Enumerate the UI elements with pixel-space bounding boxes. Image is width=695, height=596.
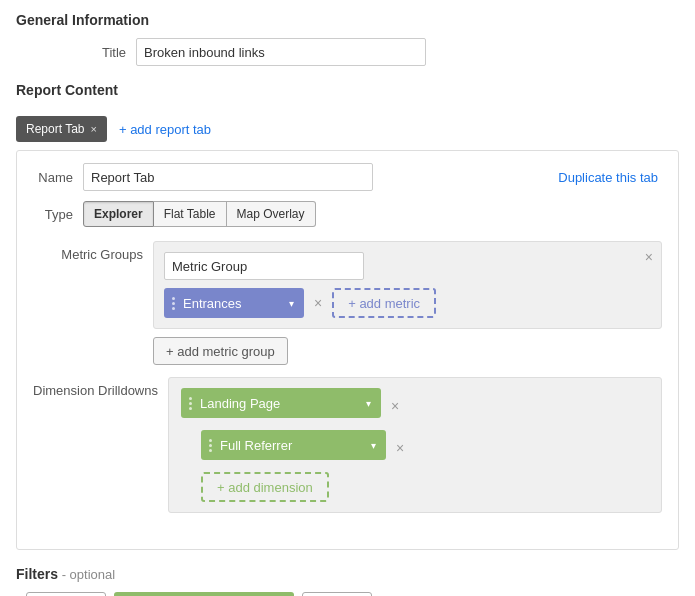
dimension-drilldowns-label: Dimension Drilldowns [33,377,168,521]
filters-title: Filters [16,566,58,582]
metric-group-name-input[interactable] [164,252,364,280]
tab-name-label: Name [33,170,83,185]
dim1-landing-page-dropdown[interactable]: Landing Page ▾ [181,388,381,418]
tab-close-icon[interactable]: × [90,123,96,135]
duplicate-tab-link[interactable]: Duplicate this tab [558,170,662,185]
tab-name-row: Name Duplicate this tab [33,163,662,191]
metric-groups-content: × Entrances ▾ × + add metric [153,241,662,365]
metric-name-label: Entrances [183,296,242,311]
metric-items-row: Entrances ▾ × + add metric [164,288,649,318]
title-input[interactable] [136,38,426,66]
type-map-overlay-button[interactable]: Map Overlay [227,201,316,227]
metric-group-close-icon[interactable]: × [645,250,653,264]
metric-groups-row: Metric Groups × Entrances ▾ [33,241,662,365]
drag-handle-icon [209,439,212,452]
filters-header: Filters - optional [16,566,679,582]
report-content-header: Report Content [16,82,679,108]
tab-name-input[interactable] [83,163,373,191]
dim2-label: Full Referrer [220,438,292,453]
add-metric-group-button[interactable]: + add metric group [153,337,288,365]
type-flat-table-button[interactable]: Flat Table [154,201,227,227]
dimension-box: Landing Page ▾ × Full Referrer [168,377,662,513]
dimension-drilldowns-row: Dimension Drilldowns Landing Page ▾ × [33,377,662,521]
title-label: Title [16,45,136,60]
add-dimension-button[interactable]: + add dimension [201,472,329,502]
tab-content-area: Name Duplicate this tab Type Explorer Fl… [16,150,679,550]
filter-metric-dropdown[interactable]: Page Title ▾ [114,592,294,596]
dim1-label: Landing Page [200,396,280,411]
drag-handle-icon [189,397,192,410]
general-information-title: General Information [16,12,679,28]
type-buttons: Explorer Flat Table Map Overlay [83,201,316,227]
chevron-down-icon: ▾ [289,298,294,309]
add-metric-button[interactable]: + add metric [332,288,436,318]
dim2-full-referrer-dropdown[interactable]: Full Referrer ▾ [201,430,386,460]
dim2-row: Full Referrer ▾ × [181,430,649,466]
filter-exact-dropdown[interactable]: Exact ▾ [302,592,372,596]
add-report-tab-link[interactable]: + add report tab [119,122,211,137]
report-content-section: Report Content Report Tab × + add report… [16,82,679,550]
filters-section: Filters - optional Include ▾ Page Title … [16,566,679,596]
metric-groups-label: Metric Groups [33,241,153,365]
dim2-close-icon[interactable]: × [394,441,406,455]
title-row: Title [16,38,679,66]
filter-row: Include ▾ Page Title ▾ Exact ▾ [16,592,679,596]
chevron-down-icon: ▾ [371,440,376,451]
report-tab-button[interactable]: Report Tab × [16,116,107,142]
filter-include-dropdown[interactable]: Include ▾ [26,592,106,596]
tab-button-label: Report Tab [26,122,84,136]
dim1-close-icon[interactable]: × [389,399,401,413]
metric-group-box: × Entrances ▾ × + add metric [153,241,662,329]
report-content-title: Report Content [16,82,118,98]
metric-close-button[interactable]: × [312,296,324,310]
metric-entrances-dropdown[interactable]: Entrances ▾ [164,288,304,318]
drag-handle-icon [172,297,175,310]
chevron-down-icon: ▾ [366,398,371,409]
type-explorer-button[interactable]: Explorer [83,201,154,227]
type-row: Type Explorer Flat Table Map Overlay [33,201,662,227]
dimension-drilldowns-content: Landing Page ▾ × Full Referrer [168,377,662,521]
filters-optional-text: - optional [58,567,115,582]
type-label: Type [33,207,83,222]
dim1-row: Landing Page ▾ × [181,388,649,424]
